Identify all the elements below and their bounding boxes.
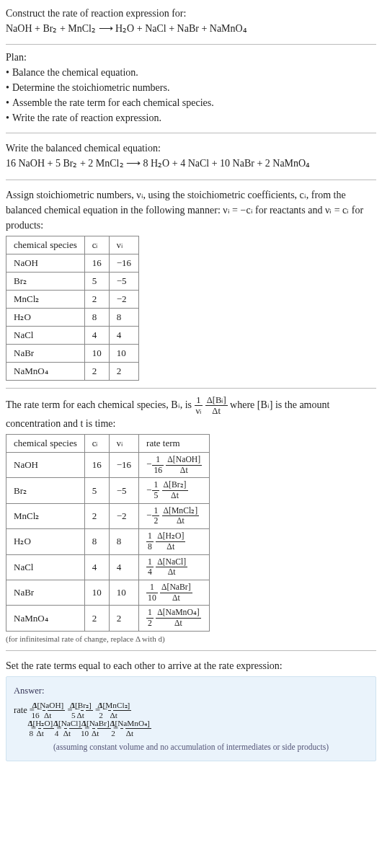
cell-vi: 2 [109,362,138,380]
cell-species: NaCl [6,326,85,344]
table-row: H₂O8818 Δ[H₂O]Δt [6,529,210,554]
cell-vi: 8 [109,529,138,554]
divider [6,44,376,45]
cell-species: H₂O [6,529,85,554]
cell-ci: 16 [84,254,109,272]
cell-rateterm: 110 Δ[NaBr]Δt [139,580,210,606]
table-row: NaBr1010 [6,344,139,362]
prompt-equation: NaOH + Br₂ + MnCl₂ ⟶ H₂O + NaCl + NaBr +… [6,21,376,37]
plan-list: •Balance the chemical equation.•Determin… [6,65,376,125]
cell-ci: 10 [84,344,109,362]
table-row: Br₂5−5−15 Δ[Br₂]Δt [6,478,210,503]
table-row: NaCl44 [6,326,139,344]
answer-note: (assuming constant volume and no accumul… [14,740,368,756]
plan-item: •Balance the chemical equation. [6,65,376,80]
cell-vi: 4 [109,326,138,344]
cell-rateterm: −15 Δ[Br₂]Δt [139,478,210,503]
cell-ci: 10 [84,580,109,606]
answer-equation: rate = −116 Δ[NaOH]Δt = −15 Δ[Br₂]Δt = −… [14,701,368,738]
stoich-table: chemical species cᵢ νᵢ NaOH16−16Br₂5−5Mn… [6,236,139,381]
table-row: H₂O88 [6,308,139,326]
cell-vi: −2 [109,503,138,528]
balanced-equation: 16 NaOH + 5 Br₂ + 2 MnCl₂ ⟶ 8 H₂O + 4 Na… [6,156,376,172]
rateterm-intro: The rate term for each chemical species,… [6,396,376,431]
stoich-intro: Assign stoichiometric numbers, νᵢ, using… [6,187,376,233]
plan-heading: Plan: [6,52,376,63]
cell-species: Br₂ [6,272,85,290]
cell-ci: 2 [84,606,109,631]
cell-vi: 10 [109,580,138,606]
table-row: MnCl₂2−2 [6,290,139,308]
table-row: NaCl4414 Δ[NaCl]Δt [6,554,210,580]
cell-vi: 2 [109,606,138,631]
cell-vi: 8 [109,308,138,326]
divider [6,180,376,180]
cell-ci: 2 [84,290,109,308]
plan-item: •Write the rate of reaction expression. [6,110,376,125]
cell-vi: 10 [109,344,138,362]
cell-species: NaCl [6,554,85,580]
divider [6,650,376,651]
col-species: chemical species [6,434,85,452]
cell-species: NaMnO₄ [6,606,85,631]
plan-item: •Assemble the rate term for each chemica… [6,95,376,110]
col-vi: νᵢ [109,236,138,254]
balanced-intro: Write the balanced chemical equation: [6,141,376,156]
cell-vi: −16 [109,254,138,272]
table-row: Br₂5−5 [6,272,139,290]
table-row: MnCl₂2−2−12 Δ[MnCl₂]Δt [6,503,210,528]
col-species: chemical species [6,236,85,254]
cell-rateterm: 14 Δ[NaCl]Δt [139,554,210,580]
cell-rateterm: 12 Δ[NaMnO₄]Δt [139,606,210,631]
cell-vi: −2 [109,290,138,308]
rateterm-note: (for infinitesimal rate of change, repla… [6,634,376,643]
cell-ci: 4 [84,554,109,580]
cell-vi: 4 [109,554,138,580]
answer-label: Answer: [14,683,368,700]
balanced-block: Write the balanced chemical equation: 16… [6,141,376,172]
prompt-block: Construct the rate of reaction expressio… [6,6,376,37]
table-row: NaBr1010110 Δ[NaBr]Δt [6,580,210,606]
col-rate: rate term [139,434,210,452]
cell-vi: −5 [109,478,138,503]
cell-species: MnCl₂ [6,503,85,528]
rateterm-generic: 1νᵢ Δ[Bᵢ]Δt [195,399,231,410]
cell-species: NaOH [6,452,85,477]
final-block: Set the rate terms equal to each other t… [6,658,376,762]
col-ci: cᵢ [84,236,109,254]
cell-species: MnCl₂ [6,290,85,308]
col-vi: νᵢ [109,434,138,452]
table-row: NaOH16−16 [6,254,139,272]
cell-ci: 4 [84,326,109,344]
cell-species: H₂O [6,308,85,326]
final-intro: Set the rate terms equal to each other t… [6,658,376,673]
table-row: NaMnO₄22 [6,362,139,380]
cell-rateterm: 18 Δ[H₂O]Δt [139,529,210,554]
col-ci: cᵢ [84,434,109,452]
cell-ci: 5 [84,272,109,290]
cell-ci: 5 [84,478,109,503]
table-row: NaOH16−16−116 Δ[NaOH]Δt [6,452,210,477]
cell-ci: 8 [84,529,109,554]
cell-species: Br₂ [6,478,85,503]
cell-rateterm: −12 Δ[MnCl₂]Δt [139,503,210,528]
plan-item: •Determine the stoichiometric numbers. [6,80,376,95]
cell-ci: 2 [84,362,109,380]
cell-ci: 2 [84,503,109,528]
table-row: NaMnO₄2212 Δ[NaMnO₄]Δt [6,606,210,631]
cell-species: NaOH [6,254,85,272]
answer-box: Answer: rate = −116 Δ[NaOH]Δt = −15 Δ[Br… [6,676,376,762]
cell-species: NaBr [6,580,85,606]
cell-rateterm: −116 Δ[NaOH]Δt [139,452,210,477]
plan-block: Plan: •Balance the chemical equation.•De… [6,52,376,125]
rateterm-intro1: The rate term for each chemical species,… [6,399,195,410]
rateterm-table: chemical species cᵢ νᵢ rate term NaOH16−… [6,434,210,632]
stoich-block: Assign stoichiometric numbers, νᵢ, using… [6,187,376,381]
divider [6,133,376,133]
cell-species: NaBr [6,344,85,362]
cell-ci: 8 [84,308,109,326]
cell-species: NaMnO₄ [6,362,85,380]
divider [6,388,376,389]
cell-vi: −16 [109,452,138,477]
cell-ci: 16 [84,452,109,477]
